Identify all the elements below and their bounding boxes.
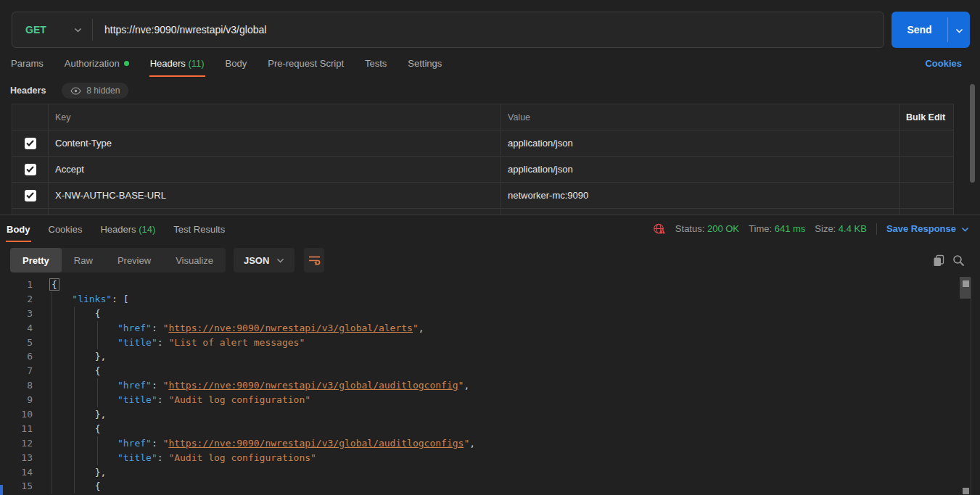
code-line: 3 {	[0, 307, 970, 321]
send-label: Send	[907, 24, 931, 36]
response-meta: Status: 200 OK Time: 641 ms Size: 4.4 KB…	[653, 222, 969, 235]
indent-guide	[74, 336, 75, 350]
indent-guide	[74, 378, 75, 393]
header-value[interactable]: application/json	[501, 157, 900, 182]
indent-guide	[74, 321, 75, 336]
search-button[interactable]	[952, 254, 965, 267]
save-response-button[interactable]: Save Response	[886, 223, 969, 234]
view-tab-visualize[interactable]: Visualize	[163, 248, 226, 273]
tab-authorization[interactable]: Authorization	[64, 55, 130, 75]
code-line: 5 "title": "List of alert messages"	[0, 336, 970, 350]
indent-guide	[74, 451, 75, 465]
method-select[interactable]: GET	[12, 12, 92, 47]
wrap-lines-button[interactable]	[304, 248, 324, 273]
scrollbar-marker	[963, 488, 969, 494]
size-badge: Size: 4.4 KB	[815, 223, 867, 234]
header-checkbox[interactable]	[25, 138, 36, 149]
send-button[interactable]: Send	[892, 12, 947, 48]
line-number: 9	[0, 393, 33, 407]
indent-guide	[52, 479, 52, 494]
table-row: Acceptapplication/json	[12, 157, 953, 183]
view-tab-preview[interactable]: Preview	[105, 248, 163, 273]
header-key[interactable]: Accept	[49, 157, 501, 182]
indent-guide	[74, 364, 75, 378]
indent-guide	[52, 422, 52, 436]
indent-guide	[52, 393, 52, 407]
code-line: 12 "href": "https://nve:9090/nwrestapi/v…	[0, 436, 970, 451]
header-value[interactable]: application/json	[501, 130, 900, 156]
header-checkbox[interactable]	[25, 164, 36, 175]
code-line: 6 },	[0, 349, 970, 364]
chevron-down-icon	[961, 223, 969, 234]
header-key[interactable]: Content-Type	[49, 130, 501, 156]
line-number: 8	[0, 378, 33, 393]
indent-guide	[52, 407, 52, 422]
header-value[interactable]: networker-mc:9090	[501, 183, 900, 208]
tab-settings[interactable]: Settings	[407, 55, 442, 75]
view-tab-pretty[interactable]: Pretty	[10, 248, 62, 273]
indent-guide	[97, 393, 98, 407]
send-options-button[interactable]	[948, 12, 970, 48]
indent-guide	[74, 307, 75, 321]
chevron-down-icon	[276, 258, 284, 263]
cookies-link[interactable]: Cookies	[925, 58, 962, 69]
response-tab-headers[interactable]: Headers (14)	[99, 221, 156, 242]
json-link[interactable]: https://nve:9090/nwrestapi/v3/global/aud…	[168, 380, 458, 391]
line-number: 14	[0, 465, 33, 480]
line-number: 2	[0, 292, 33, 307]
response-tabs: BodyCookiesHeaders (14)Test Results	[6, 221, 242, 242]
indent-guide	[74, 465, 75, 480]
tab-headers[interactable]: Headers (11)	[149, 55, 205, 75]
code-line: 15 {	[0, 479, 970, 494]
code-line: 8 "href": "https://nve:9090/nwrestapi/v3…	[0, 378, 970, 393]
headers-subheader: Headers 8 hidden	[10, 81, 128, 100]
header-key[interactable]: X-NW-AUTHC-BASE-URL	[49, 183, 501, 208]
headers-title: Headers	[10, 86, 46, 96]
response-body-editor[interactable]: 1{2 "links": [3 {4 "href": "https://nve:…	[0, 278, 970, 495]
response-tab-body[interactable]: Body	[6, 221, 31, 242]
line-number: 6	[0, 349, 33, 364]
json-link[interactable]: https://nve:9090/nwrestapi/v3/global/ale…	[168, 323, 413, 333]
line-number: 15	[0, 479, 33, 494]
response-tab-test-results[interactable]: Test Results	[173, 221, 226, 242]
headers-scrollbar[interactable]	[970, 84, 975, 183]
format-dropdown[interactable]: JSON	[234, 248, 295, 273]
table-row-partial	[12, 209, 953, 215]
indent-guide	[52, 321, 52, 336]
code-line: 9 "title": "Audit log configuration"	[0, 393, 970, 407]
divider	[971, 278, 971, 495]
response-panel: BodyCookiesHeaders (14)Test Results Stat…	[0, 215, 980, 495]
hidden-headers-toggle[interactable]: 8 hidden	[62, 83, 128, 99]
request-tabs: ParamsAuthorizationHeaders (11)BodyPre-r…	[10, 55, 970, 75]
view-tab-raw[interactable]: Raw	[62, 248, 105, 273]
network-warning-icon[interactable]	[653, 222, 666, 235]
tab-params[interactable]: Params	[10, 55, 44, 75]
status-badge: Status: 200 OK	[675, 223, 739, 234]
bulk-edit-button[interactable]: Bulk Edit	[900, 104, 953, 130]
hidden-headers-label: 8 hidden	[86, 86, 120, 96]
json-link[interactable]: https://nve:9090/nwrestapi/v3/global/aud…	[168, 438, 464, 449]
url-input[interactable]	[93, 12, 884, 47]
method-label: GET	[25, 24, 46, 36]
tab-pre-request-script[interactable]: Pre-request Script	[267, 55, 345, 75]
code-line: 4 "href": "https://nve:9090/nwrestapi/v3…	[0, 321, 970, 336]
left-edge-indicator	[0, 485, 3, 495]
code-line: 11 {	[0, 422, 970, 436]
indent-guide	[52, 451, 52, 465]
table-row: Content-Typeapplication/json	[12, 130, 953, 157]
indent-guide	[74, 436, 75, 451]
tab-tests[interactable]: Tests	[364, 55, 387, 75]
divider	[876, 223, 877, 235]
indent-guide	[52, 307, 52, 321]
indent-guide	[97, 451, 98, 465]
line-number: 1	[0, 278, 33, 292]
tab-body[interactable]: Body	[225, 55, 248, 75]
indent-guide	[52, 292, 52, 307]
code-line: 2 "links": [	[0, 292, 970, 307]
header-checkbox[interactable]	[25, 190, 36, 201]
chevron-down-icon	[74, 28, 82, 33]
response-tab-cookies[interactable]: Cookies	[48, 221, 83, 242]
copy-button[interactable]	[933, 254, 944, 267]
key-column-header: Key	[49, 104, 501, 130]
indent-guide	[52, 364, 52, 378]
